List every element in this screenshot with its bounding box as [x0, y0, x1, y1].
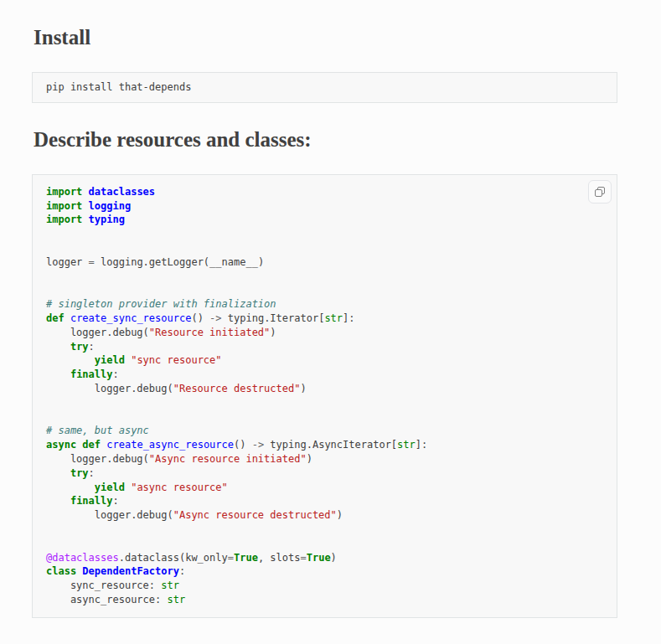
code-line: try: — [46, 466, 603, 481]
code-line — [46, 283, 603, 297]
code-line: finally: — [46, 494, 603, 508]
code-line: sync_resource: str — [46, 579, 603, 593]
code-line: yield "sync resource" — [46, 353, 603, 368]
code-line — [46, 270, 603, 284]
code-line: logger.debug("Async resource destructed"… — [46, 508, 603, 523]
code-line: # same, but async — [46, 424, 603, 438]
install-code-text: pip install that-depends — [46, 81, 191, 93]
code-line: def create_sync_resource() -> typing.Ite… — [46, 312, 603, 326]
install-code-block: pip install that-depends — [32, 72, 617, 103]
code-line: logger.debug("Resource destructed") — [46, 382, 603, 396]
code-line — [46, 410, 603, 425]
python-code-block: import dataclassesimport loggingimport t… — [32, 174, 617, 618]
code-line: async_resource: str — [46, 593, 603, 607]
copy-icon — [593, 185, 607, 198]
code-line: try: — [46, 340, 603, 354]
code-line: @dataclasses.dataclass(kw_only=True, slo… — [46, 551, 603, 565]
code-line: logger = logging.getLogger(__name__) — [46, 255, 603, 270]
code-line: finally: — [46, 368, 603, 382]
code-line: yield "async resource" — [46, 481, 603, 495]
code-line: class DependentFactory: — [46, 564, 603, 579]
section-heading-install: Install — [34, 25, 617, 50]
code-line: async def create_async_resource() -> typ… — [46, 438, 603, 452]
code-line — [46, 227, 603, 241]
copy-button[interactable] — [588, 180, 612, 204]
code-line — [46, 523, 603, 537]
code-line: logger.debug("Resource initiated") — [46, 326, 603, 340]
python-code: import dataclassesimport loggingimport t… — [33, 175, 617, 617]
code-line: import dataclasses — [46, 185, 603, 199]
code-line — [46, 537, 603, 551]
section-heading-describe: Describe resources and classes: — [34, 127, 617, 152]
code-line: import logging — [46, 199, 603, 214]
code-line — [46, 396, 603, 410]
install-code: pip install that-depends — [33, 73, 617, 102]
code-line: # singleton provider with finalization — [46, 297, 603, 312]
code-line: import typing — [46, 213, 603, 227]
code-line: logger.debug("Async resource initiated") — [46, 452, 603, 466]
docs-content: Install pip install that-depends Describ… — [0, 0, 661, 618]
code-line — [46, 241, 603, 255]
